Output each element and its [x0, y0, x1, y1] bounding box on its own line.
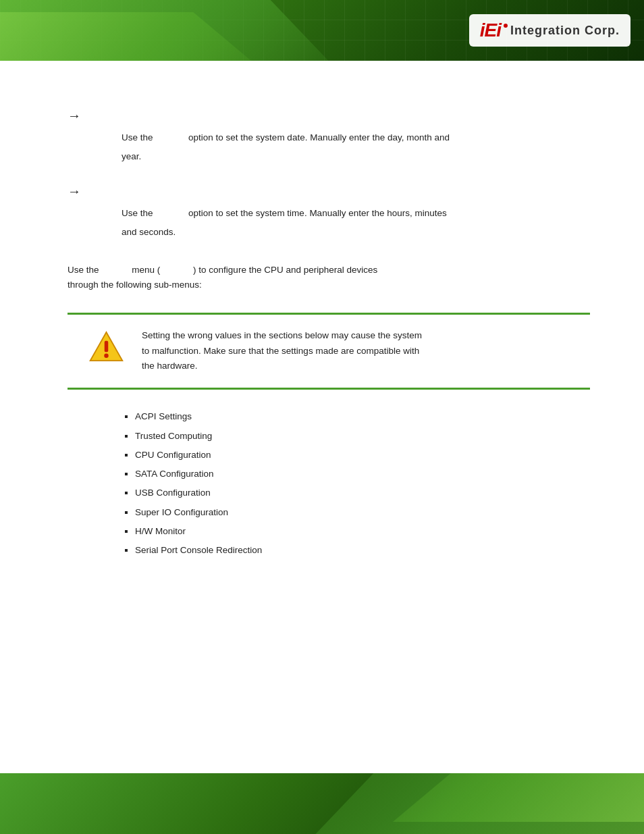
- svg-point-2: [104, 353, 108, 357]
- warning-box: Setting the wrong values in the sections…: [68, 313, 590, 390]
- submenu-close-paren: ) to configure the CPU and peripheral de…: [193, 265, 377, 275]
- logo-dot: [504, 24, 508, 28]
- list-item: USB Configuration: [135, 486, 590, 500]
- warning-line-1: Setting the wrong values in the sections…: [142, 330, 422, 340]
- submenu-intro-text: Use the menu ( ) to configure the CPU an…: [68, 263, 590, 292]
- system-time-text: Use the option to set the system time. M…: [122, 206, 590, 239]
- submenu-list: ACPI SettingsTrusted ComputingCPU Config…: [122, 410, 590, 557]
- list-item: Serial Port Console Redirection: [135, 544, 590, 557]
- main-content: → Use the option to set the system date.…: [0, 61, 644, 590]
- svg-rect-1: [105, 340, 109, 352]
- arrow-1: →: [68, 108, 590, 124]
- system-date-after: option to set the system date. Manually …: [188, 132, 450, 142]
- system-date-before: Use the: [122, 132, 153, 142]
- system-time-after: option to set the system time. Manually …: [188, 208, 447, 218]
- logo-iei-text: iEi: [480, 20, 501, 41]
- system-time-seconds: and seconds.: [122, 225, 590, 240]
- advanced-menu-section: Use the menu ( ) to configure the CPU an…: [68, 263, 590, 557]
- system-date-paragraph: Use the option to set the system date. M…: [122, 130, 590, 145]
- submenu-use-the: Use the: [68, 265, 99, 275]
- submenu-bullet-list: ACPI SettingsTrusted ComputingCPU Config…: [122, 410, 590, 557]
- logo-container: iEi Integration Corp.: [469, 14, 630, 47]
- warning-line-3: the hardware.: [142, 361, 198, 371]
- submenu-menu-word: menu (: [132, 265, 160, 275]
- list-item: ACPI Settings: [135, 410, 590, 423]
- warning-line-2: to malfunction. Make sure that the setti…: [142, 346, 419, 356]
- list-item: Trusted Computing: [135, 429, 590, 443]
- list-item: Super IO Configuration: [135, 506, 590, 519]
- system-time-paragraph: Use the option to set the system time. M…: [122, 206, 590, 221]
- system-time-section: → Use the option to set the system time.…: [68, 184, 590, 239]
- system-date-year: year.: [122, 149, 590, 164]
- arrow-2: →: [68, 184, 590, 199]
- logo-integration-text: Integration Corp.: [510, 24, 620, 38]
- warning-icon: [88, 328, 125, 367]
- system-date-text: Use the option to set the system date. M…: [122, 130, 590, 163]
- list-item: SATA Configuration: [135, 467, 590, 481]
- submenu-through: through the following sub-menus:: [68, 280, 202, 290]
- list-item: CPU Configuration: [135, 448, 590, 462]
- system-time-before: Use the: [122, 208, 153, 218]
- system-date-section: → Use the option to set the system date.…: [68, 108, 590, 163]
- header: iEi Integration Corp.: [0, 0, 644, 61]
- footer: [0, 773, 644, 834]
- list-item: H/W Monitor: [135, 525, 590, 538]
- warning-text-block: Setting the wrong values in the sections…: [142, 328, 422, 375]
